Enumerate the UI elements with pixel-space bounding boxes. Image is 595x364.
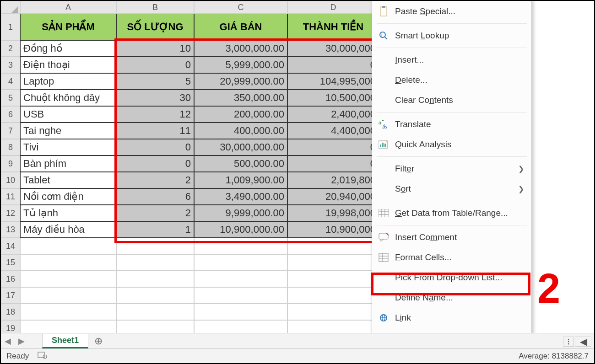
cell-B9[interactable]: 0 [116,155,194,172]
menu-quick-analysis[interactable]: Quick Analysis [372,134,531,155]
cell-A1[interactable]: SẢN PHẨM [20,14,116,40]
column-header-B[interactable]: B [116,1,194,14]
row-header[interactable]: 17 [1,287,20,304]
cell-D2[interactable]: 30,000,000 [287,40,379,57]
cell-C11[interactable]: 3,490,000.00 [194,188,287,205]
menu-sort[interactable]: Sort ❯ [372,179,531,199]
cell-D7[interactable]: 4,400,000 [287,123,379,139]
cell-B17[interactable] [116,287,194,304]
cell-C16[interactable] [194,271,287,287]
scroll-left-button[interactable]: ◀ [575,337,591,347]
menu-insert-comment[interactable]: Insert Comment [372,227,531,247]
cell-C6[interactable]: 200,000.00 [194,106,287,123]
cell-C12[interactable]: 9,999,000.00 [194,205,287,221]
row-header[interactable]: 10 [1,172,20,188]
cell-B14[interactable] [116,238,194,254]
cell-D1[interactable]: THÀNH TIỀN [287,14,379,40]
cell-C3[interactable]: 5,999,000.00 [194,57,287,73]
column-header-A[interactable]: A [20,1,116,14]
row-header[interactable]: 15 [1,254,20,271]
cell-C18[interactable] [194,304,287,320]
cell-C9[interactable]: 500,000.00 [194,155,287,172]
add-sheet-button[interactable]: ⊕ [88,333,108,349]
cell-D13[interactable]: 10,900,000 [287,221,379,238]
cell-B3[interactable]: 0 [116,57,194,73]
cell-C13[interactable]: 10,900,000.00 [194,221,287,238]
select-all-corner[interactable] [1,1,20,14]
menu-get-data[interactable]: Get Data from Table/Range... [372,203,531,223]
cell-C7[interactable]: 400,000.00 [194,123,287,139]
cell-D14[interactable] [287,238,379,254]
menu-clear-contents[interactable]: Clear Contents [372,90,531,110]
cell-C5[interactable]: 350,000.00 [194,90,287,106]
cell-A4[interactable]: Laptop [20,73,116,90]
cell-A10[interactable]: Tablet [20,172,116,188]
cell-C15[interactable] [194,254,287,271]
row-header[interactable]: 16 [1,271,20,287]
cell-C4[interactable]: 20,999,000.00 [194,73,287,90]
cell-A2[interactable]: Đồng hồ [20,40,116,57]
cell-A11[interactable]: Nồi cơm điện [20,188,116,205]
cell-D8[interactable]: 0 [287,139,379,155]
row-header[interactable]: 11 [1,188,20,205]
cell-C8[interactable]: 30,000,000.00 [194,139,287,155]
cell-D9[interactable]: 0 [287,155,379,172]
cell-A12[interactable]: Tủ lạnh [20,205,116,221]
row-header[interactable]: 8 [1,139,20,155]
cell-D10[interactable]: 2,019,800 [287,172,379,188]
cell-B12[interactable]: 2 [116,205,194,221]
cell-B7[interactable]: 11 [116,123,194,139]
cell-A16[interactable] [20,271,116,287]
row-header[interactable]: 1 [1,14,20,40]
sheet-tab-active[interactable]: Sheet1 [42,334,88,348]
cell-A6[interactable]: USB [20,106,116,123]
cell-B8[interactable]: 0 [116,139,194,155]
tab-nav-next[interactable]: ▶ [15,333,28,349]
cell-D11[interactable]: 20,940,000 [287,188,379,205]
cell-A17[interactable] [20,287,116,304]
cell-A13[interactable]: Máy điều hòa [20,221,116,238]
row-header[interactable]: 9 [1,155,20,172]
row-header[interactable]: 5 [1,90,20,106]
cell-A5[interactable]: Chuột không dây [20,90,116,106]
cell-D18[interactable] [287,304,379,320]
cell-B4[interactable]: 5 [116,73,194,90]
tab-nav-prev[interactable]: ◀ [1,333,15,349]
cell-B6[interactable]: 12 [116,106,194,123]
menu-insert[interactable]: Insert... [372,50,531,70]
cell-A15[interactable] [20,254,116,271]
menu-link[interactable]: Link [372,308,531,328]
cell-B18[interactable] [116,304,194,320]
cell-C10[interactable]: 1,009,900.00 [194,172,287,188]
menu-translate[interactable]: aあ Translate [372,114,531,134]
menu-filter[interactable]: Filter ❯ [372,159,531,179]
cell-B16[interactable] [116,271,194,287]
cell-C2[interactable]: 3,000,000.00 [194,40,287,57]
row-header[interactable]: 13 [1,221,20,238]
row-header[interactable]: 18 [1,304,20,320]
menu-paste-special[interactable]: Paste Special... [372,1,531,21]
row-header[interactable]: 7 [1,123,20,139]
menu-format-cells[interactable]: Format Cells... [372,247,531,268]
row-header[interactable]: 4 [1,73,20,90]
column-header-C[interactable]: C [194,1,287,14]
cell-D6[interactable]: 2,400,000 [287,106,379,123]
row-header[interactable]: 2 [1,40,20,57]
cell-B1[interactable]: SỐ LƯỢNG [116,14,194,40]
scroll-left-button[interactable]: ⁝ [563,337,574,347]
row-header[interactable]: 3 [1,57,20,73]
cell-D15[interactable] [287,254,379,271]
cell-B2[interactable]: 10 [116,40,194,57]
row-header[interactable]: 12 [1,205,20,221]
cell-A14[interactable] [20,238,116,254]
cell-D12[interactable]: 19,998,000 [287,205,379,221]
cell-C1[interactable]: GIÁ BÁN [194,14,287,40]
cell-A3[interactable]: Điện thoại [20,57,116,73]
cell-D16[interactable] [287,271,379,287]
menu-delete[interactable]: Delete... [372,70,531,90]
cell-A8[interactable]: Tivi [20,139,116,155]
cell-D3[interactable]: 0 [287,57,379,73]
cell-B11[interactable]: 6 [116,188,194,205]
cell-D4[interactable]: 104,995,000 [287,73,379,90]
menu-smart-lookup[interactable]: i Smart Lookup [372,26,531,46]
